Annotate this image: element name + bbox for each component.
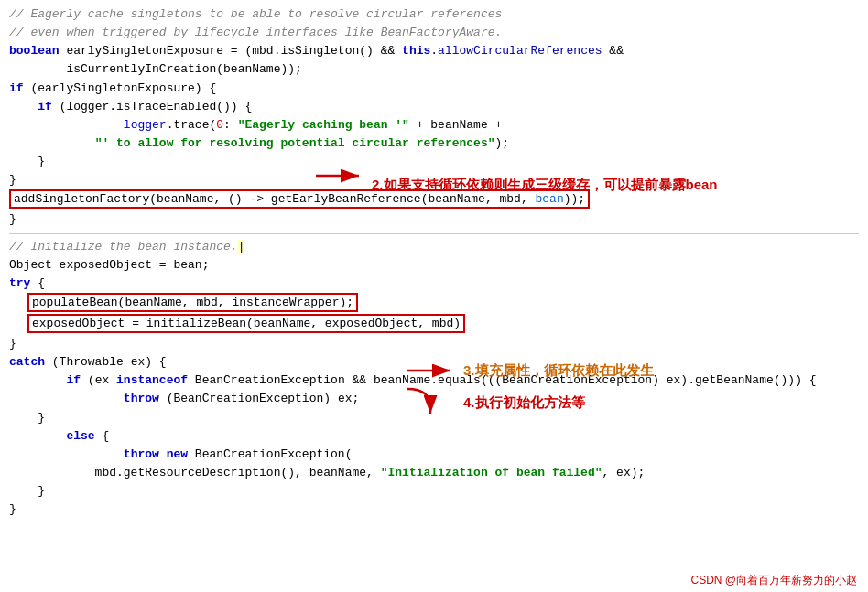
keyword-if2: if bbox=[38, 100, 52, 113]
boxed-populateBean: populateBean(beanName, mbd, instanceWrap… bbox=[27, 293, 358, 312]
keyword-instanceof: instanceof bbox=[116, 373, 188, 387]
string-allow: "' to allow for resolving potential circ… bbox=[95, 136, 495, 150]
keyword-if3: if bbox=[38, 373, 81, 387]
keyword-try: try bbox=[9, 276, 30, 290]
string-eagerly: "Eagerly caching bean '" bbox=[238, 118, 409, 132]
annotation-1-container: 2.如果支持循环依赖则生成三级缓存，可以提前暴露bean bbox=[311, 167, 718, 203]
keyword-else: else bbox=[38, 429, 94, 443]
closing-brace-1: } bbox=[9, 210, 859, 229]
annotation-1-text: 2.如果支持循环依赖则生成三级缓存，可以提前暴露bean bbox=[372, 177, 718, 194]
method-logger: logger bbox=[66, 118, 166, 132]
populate-bean-container: populateBean(beanName, mbd, instanceWrap… bbox=[27, 293, 859, 312]
keyword-throw1: throw bbox=[66, 392, 158, 405]
keyword-this: this bbox=[402, 44, 430, 58]
keyword-throw2: throw new bbox=[66, 447, 188, 461]
initialize-bean-container: exposedObject = initializeBean(beanName,… bbox=[27, 314, 859, 333]
footer-text: CSDN @向着百万年薪努力的小赵 bbox=[690, 574, 857, 587]
arrow-1-svg bbox=[311, 167, 366, 203]
code-area: // Eagerly cache singletons to be able t… bbox=[0, 0, 868, 524]
footer: CSDN @向着百万年薪努力的小赵 bbox=[690, 573, 857, 588]
code-block: // Eagerly cache singletons to be able t… bbox=[9, 5, 859, 189]
keyword-if1: if bbox=[9, 81, 24, 95]
annotation-3-text: 4.执行初始化方法等 bbox=[463, 394, 585, 412]
arrow-2-svg bbox=[403, 357, 458, 384]
comment-line-2: // even when triggered by lifecycle inte… bbox=[9, 26, 502, 39]
section-divider bbox=[9, 233, 859, 234]
comment-init: // Initialize the bean instance. bbox=[9, 240, 238, 253]
main-container: // Eagerly cache singletons to be able t… bbox=[0, 0, 868, 592]
comment-initialize: // Initialize the bean instance.| Object… bbox=[9, 238, 859, 293]
annotation-3-container: 4.执行初始化方法等 bbox=[403, 384, 585, 421]
arrow-3-svg bbox=[403, 384, 458, 421]
comment-line-1: // Eagerly cache singletons to be able t… bbox=[9, 7, 502, 21]
keyword-catch: catch bbox=[9, 355, 45, 369]
annotation-2-container: 3.填充属性，循环依赖在此发生 bbox=[403, 357, 654, 384]
keyword-boolean: boolean bbox=[9, 44, 60, 58]
boxed-initializeBean: exposedObject = initializeBean(beanName,… bbox=[27, 314, 465, 333]
allow-circular-ref: allowCircularReferences bbox=[438, 44, 602, 58]
string-init-failed: "Initialization of bean failed" bbox=[381, 466, 602, 479]
annotation-2-text: 3.填充属性，循环依赖在此发生 bbox=[463, 362, 654, 380]
